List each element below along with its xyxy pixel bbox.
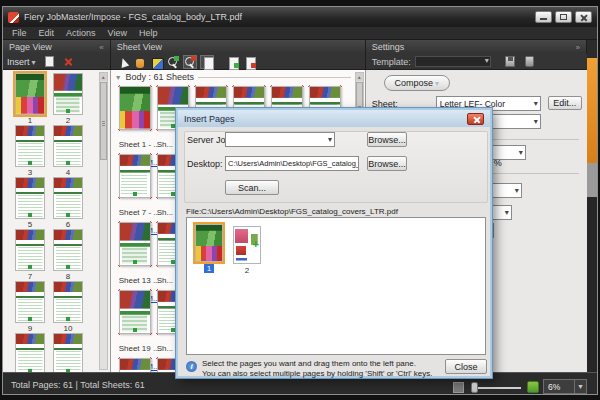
zoom-level-select[interactable]: 6% ▼ <box>543 379 587 394</box>
minimize-icon[interactable] <box>535 11 552 23</box>
menu-view[interactable]: View <box>103 28 132 38</box>
server-jobs-select[interactable] <box>225 132 335 147</box>
insert-pages-dialog: Insert Pages Server Jobs: Browse... Desk… <box>176 108 492 378</box>
expand-panel-icon[interactable]: » <box>576 43 580 52</box>
page-thumbnail[interactable] <box>15 229 45 271</box>
pages-list-box: 1 2 <box>186 217 486 355</box>
scroll-up-icon[interactable]: ▲ <box>356 73 363 81</box>
menu-bar: File Edit Actions View Help <box>3 27 597 40</box>
page-number: 6 <box>66 220 70 229</box>
page-thumbnail[interactable] <box>53 125 83 167</box>
page-number: 9 <box>28 324 32 333</box>
sheet-name: Sheet 13 ... <box>119 276 160 285</box>
dialog-title: Insert Pages <box>184 114 467 124</box>
fit-view-icon[interactable] <box>453 382 464 393</box>
dialog-page-item[interactable]: 1 <box>195 224 223 273</box>
sheet-thumbnail[interactable] <box>117 152 153 200</box>
collapse-panel-icon[interactable]: « <box>99 43 103 52</box>
edit-sheet-button[interactable]: Edit... <box>548 96 582 110</box>
dialog-page-item[interactable]: 2 <box>233 226 261 275</box>
page-number: 10 <box>64 324 73 333</box>
settings-header: Settings » <box>366 40 587 54</box>
file-path-label: File:C:\Users\Admin\Desktop\FGS_catalog_… <box>186 207 398 216</box>
browse-desktop-button[interactable]: Browse... <box>367 156 407 171</box>
template-row: Template: <box>366 54 587 70</box>
scroll-up-icon[interactable]: ▲ <box>100 73 107 81</box>
sheet-section-title: Body : 61 Sheets <box>126 72 195 82</box>
desktop-path-input[interactable]: C:\Users\Admin\Desktop\FGS_catalog_cover… <box>225 156 359 171</box>
template-label: Template: <box>372 57 411 67</box>
template-select[interactable] <box>415 56 491 67</box>
zoom-out-icon[interactable] <box>183 55 197 69</box>
sheet-thumbnail[interactable] <box>117 84 153 132</box>
menu-actions[interactable]: Actions <box>61 28 101 38</box>
percent-label: % <box>494 158 502 168</box>
sheet-section-header[interactable]: ▼ Body : 61 Sheets <box>115 72 351 82</box>
compose-button[interactable]: Compose <box>384 75 450 91</box>
dialog-page-number: 2 <box>242 266 252 275</box>
zoom-level-value: 6% <box>544 382 574 392</box>
page-thumbnail[interactable] <box>53 73 83 115</box>
maximize-icon[interactable] <box>555 11 572 23</box>
page-number: 2 <box>66 116 70 125</box>
page-thumbnail[interactable] <box>53 281 83 323</box>
title-bar: Fiery JobMaster/Impose - FGS_catalog_bod… <box>3 7 597 27</box>
page-thumbnail[interactable] <box>15 73 45 115</box>
page-view-panel: Page View « Insert 1 2 3 4 5 6 <box>3 40 111 372</box>
dialog-title-bar: Insert Pages <box>178 110 490 127</box>
dialog-page-number: 1 <box>204 264 214 273</box>
settings-title: Settings <box>372 42 405 52</box>
fit-page-icon[interactable] <box>527 381 539 393</box>
delete-page-icon[interactable] <box>63 56 74 67</box>
browse-server-button[interactable]: Browse... <box>367 132 407 147</box>
duplicate-page-icon[interactable] <box>45 56 54 67</box>
insert-menu-button[interactable]: Insert <box>7 57 36 67</box>
sheet-name: Sh... <box>157 140 173 149</box>
page-view-scrollbar[interactable]: ▲ <box>99 72 108 370</box>
measure-tool-icon[interactable] <box>149 55 163 69</box>
select-tool-icon[interactable] <box>115 55 129 69</box>
insert-sheet-icon[interactable] <box>243 55 257 69</box>
page-number: 3 <box>28 168 32 177</box>
page-view-content: 1 2 3 4 5 6 7 8 9 10 11 12 ▲ <box>3 70 111 372</box>
sheet-thumbnail[interactable] <box>117 356 153 372</box>
scan-button[interactable]: Scan... <box>225 180 279 195</box>
sheet-thumbnail[interactable] <box>117 220 153 268</box>
page-number: 4 <box>66 168 70 177</box>
page-thumbnail[interactable] <box>15 333 45 372</box>
save-template-icon[interactable] <box>505 56 515 67</box>
background-window-strip <box>587 40 597 372</box>
zoom-slider-handle[interactable] <box>471 382 478 393</box>
add-sheet-icon[interactable] <box>226 55 240 69</box>
page-view-toolbar: Insert <box>3 54 111 70</box>
page-number: 1 <box>28 116 32 125</box>
chevron-down-icon[interactable]: ▼ <box>574 380 586 393</box>
menu-edit[interactable]: Edit <box>34 28 60 38</box>
totals-text: Total Pages: 61 | Total Sheets: 61 <box>11 380 145 390</box>
sheet-thumbnail[interactable] <box>117 288 153 336</box>
page-thumbnail-grid: 1 2 3 4 5 6 7 8 9 10 11 12 <box>13 73 91 372</box>
page-thumbnail[interactable] <box>15 177 45 219</box>
dialog-close-icon[interactable] <box>467 113 484 125</box>
zoom-slider-track[interactable] <box>473 387 521 389</box>
desktop-label: Desktop: <box>187 159 223 169</box>
menu-file[interactable]: File <box>7 28 32 38</box>
page-thumbnail[interactable] <box>15 281 45 323</box>
zoom-in-icon[interactable] <box>166 55 180 69</box>
page-thumbnail[interactable] <box>53 229 83 271</box>
delete-template-icon[interactable] <box>525 56 534 67</box>
sheet-name: Sheet 19 ... <box>119 344 160 353</box>
dialog-close-button[interactable]: Close <box>445 359 487 374</box>
scrollbar-thumb[interactable] <box>100 82 107 160</box>
collapse-section-icon[interactable]: ▼ <box>115 74 122 81</box>
page-thumbnail[interactable] <box>53 333 83 372</box>
page-thumbnail[interactable] <box>53 177 83 219</box>
page-content-view-icon[interactable] <box>200 55 214 69</box>
page-number: 5 <box>28 220 32 229</box>
page-thumbnail[interactable] <box>15 125 45 167</box>
pan-tool-icon[interactable] <box>132 55 146 69</box>
sheet-view-header: Sheet View <box>111 40 366 54</box>
menu-help[interactable]: Help <box>134 28 163 38</box>
sheet-name: Sheet 7 - ... <box>119 208 160 217</box>
close-icon[interactable] <box>575 11 592 23</box>
